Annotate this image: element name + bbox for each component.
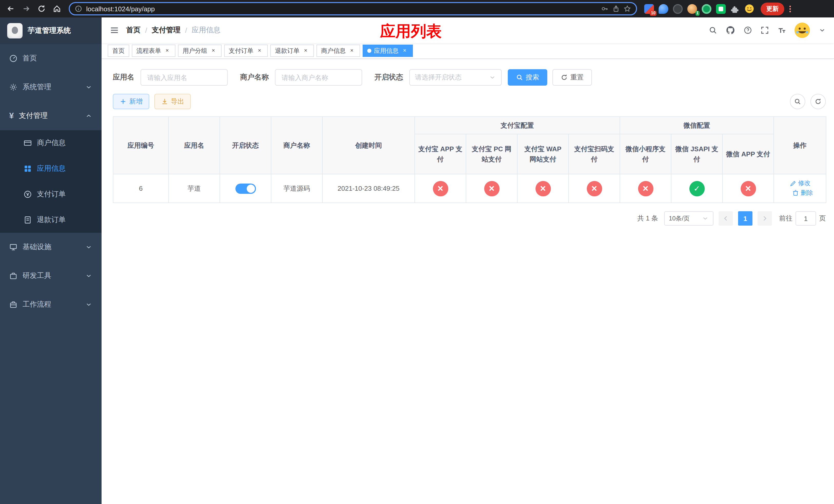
goto-label: 前往 [779,214,792,223]
logo-avatar [7,23,23,39]
col-merchant: 商户名称 [271,117,322,174]
user-avatar[interactable] [794,23,810,38]
browser-menu-icon[interactable] [789,5,791,12]
goto-page: 前往 页 [779,211,826,226]
export-button[interactable]: 导出 [154,94,191,109]
extension-icon-green-circle[interactable] [702,4,711,14]
sidebar-item-dev-tools[interactable]: 研发工具 [0,261,102,290]
status-select[interactable]: 请选择开启状态 [409,69,502,86]
browser-forward-button[interactable] [20,2,33,15]
refresh-table-button[interactable] [810,94,826,109]
edit-link[interactable]: 修改 [789,179,810,188]
extensions-puzzle-icon[interactable] [730,4,740,14]
sidebar-item-label: 支付管理 [19,111,48,120]
sidebar-item-payment[interactable]: ¥ 支付管理 [0,101,102,130]
breadcrumb-payment[interactable]: 支付管理 [152,26,180,35]
font-size-icon[interactable] [777,26,786,35]
address-bar[interactable]: localhost:1024/pay/app [69,2,637,15]
github-icon[interactable] [726,26,735,35]
sidebar-item-label: 首页 [23,54,37,63]
page-info-icon[interactable] [75,5,82,12]
extension-icon-emoji[interactable] [745,4,754,14]
help-icon[interactable] [744,26,752,35]
sidebar-item-pay-order[interactable]: 支付订单 [0,182,102,207]
close-icon[interactable]: × [348,47,355,54]
extension-icon-dark[interactable] [673,4,683,14]
delete-link[interactable]: 删除 [792,188,813,197]
reset-button[interactable]: 重置 [552,69,592,86]
page-size-select[interactable]: 10条/页 [664,211,714,226]
close-icon[interactable]: × [302,47,309,54]
share-icon[interactable] [612,5,620,12]
add-button[interactable]: 新增 [113,94,149,109]
prev-page-button[interactable] [719,211,733,226]
navbar-actions [709,23,826,38]
tab-merchant-info[interactable]: 商户信息 × [316,45,360,57]
cell-wx-jsapi [671,174,722,203]
sidebar-logo[interactable]: 芋道管理系统 [0,18,102,44]
tab-user-group[interactable]: 用户分组 × [178,45,222,57]
tab-process-form[interactable]: 流程表单 × [132,45,175,57]
col-alipay-app: 支付宝 APP 支付 [415,134,466,174]
page-number-button[interactable]: 1 [738,211,752,226]
extension-icon-avatar[interactable]: 1 [687,4,697,14]
browser-back-button[interactable] [4,2,18,15]
success-icon [689,181,704,196]
url-text[interactable]: localhost:1024/pay/app [86,5,597,13]
sidebar-collapse-icon[interactable] [110,26,119,35]
close-icon[interactable]: × [163,47,171,54]
goto-page-input[interactable] [795,211,816,226]
fullscreen-icon[interactable] [761,26,769,35]
tab-home[interactable]: 首页 [108,45,129,57]
sidebar-item-merchant-info[interactable]: 商户信息 [0,130,102,156]
sidebar-item-workflow[interactable]: 工作流程 [0,290,102,319]
search-icon[interactable] [709,26,717,35]
col-app-name: 应用名 [169,117,220,174]
sidebar-item-label: 系统管理 [23,83,51,92]
fail-icon [638,181,653,196]
status-toggle[interactable] [235,183,256,193]
tab-app-info[interactable]: 应用信息 × [363,45,413,57]
tab-refund-order[interactable]: 退款订单 × [270,45,314,57]
password-key-icon[interactable] [601,5,608,12]
search-button[interactable]: 搜索 [508,69,547,86]
gear-icon [9,83,18,91]
user-menu-caret-icon[interactable] [819,27,826,34]
extension-icon-chat[interactable] [716,4,726,14]
status-label: 开启状态 [374,73,403,82]
tab-pay-order[interactable]: 支付订单 × [224,45,268,57]
sidebar-item-label: 退款订单 [37,215,66,225]
dashboard-icon [9,54,18,63]
browser-home-button[interactable] [50,2,64,15]
sidebar-item-label: 研发工具 [23,271,51,280]
merchant-name-input[interactable] [275,69,362,86]
sidebar-item-home[interactable]: 首页 [0,44,102,73]
next-page-button[interactable] [758,211,772,226]
delete-link-label: 删除 [801,188,813,197]
col-app-id: 应用编号 [113,117,169,174]
browser-reload-button[interactable] [35,2,48,15]
close-icon[interactable]: × [210,47,217,54]
bookmark-star-icon[interactable] [624,5,631,12]
col-alipay-pc: 支付宝 PC 网站支付 [466,134,517,174]
extension-icon-drop[interactable] [659,4,668,14]
top-navbar: 首页 / 支付管理 / 应用信息 应用列表 [102,18,834,43]
browser-update-button[interactable]: 更新 [761,2,784,15]
toggle-search-button[interactable] [790,94,805,109]
close-icon[interactable]: × [256,47,263,54]
breadcrumb-home[interactable]: 首页 [126,26,140,35]
sidebar-item-app-info[interactable]: 应用信息 [0,156,102,182]
group-alipay-config: 支付宝配置 [415,117,620,134]
table-tools [790,94,826,109]
sidebar-item-system[interactable]: 系统管理 [0,73,102,101]
app-name-input[interactable] [140,69,228,86]
breadcrumb-separator: / [145,26,147,35]
extension-icon-grid[interactable]: 10 [644,4,654,14]
server-icon [9,243,18,251]
tab-label: 退款订单 [275,46,300,55]
sidebar-item-refund-order[interactable]: 退款订单 [0,207,102,233]
chevron-down-icon [85,244,92,251]
sidebar-item-infrastructure[interactable]: 基础设施 [0,233,102,261]
breadcrumb-current: 应用信息 [192,26,221,35]
close-icon[interactable]: × [401,47,408,54]
